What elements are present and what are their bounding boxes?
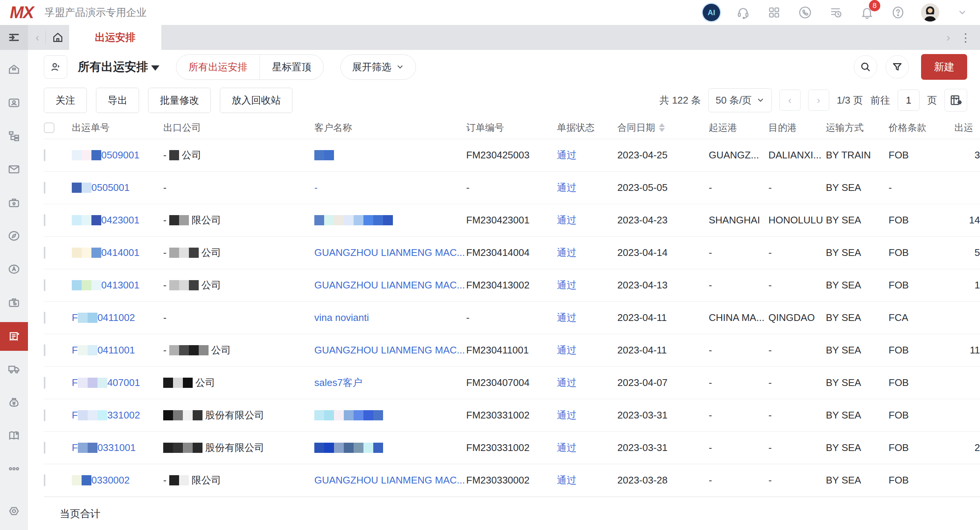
customer-link[interactable]: GUANGZHOU LIANMENG MAC... bbox=[314, 247, 465, 258]
status-link[interactable]: 通过 bbox=[557, 474, 576, 486]
expand-filter-button[interactable]: 展开筛选 bbox=[340, 54, 416, 80]
sidebar-item-mail[interactable] bbox=[0, 156, 28, 183]
apps-grid-icon[interactable] bbox=[766, 5, 782, 21]
goto-page-input[interactable] bbox=[898, 89, 920, 111]
sidebar-item-compass[interactable] bbox=[0, 222, 28, 249]
view-segment-0[interactable]: 所有出运安排 bbox=[177, 55, 259, 80]
column-header-0[interactable]: 出运单号 bbox=[72, 121, 163, 134]
column-header-1[interactable]: 出口公司 bbox=[163, 121, 314, 134]
tabs-back-chevron-icon[interactable]: ‹ bbox=[35, 31, 39, 44]
status-link[interactable]: 通过 bbox=[557, 214, 576, 226]
ai-assistant-icon[interactable]: AI bbox=[703, 4, 720, 21]
search-button[interactable] bbox=[854, 55, 877, 79]
column-header-5[interactable]: 合同日期 bbox=[617, 121, 709, 134]
tabs-forward-chevron-icon[interactable]: › bbox=[947, 31, 950, 44]
column-header-10[interactable]: 出运 bbox=[954, 121, 980, 134]
sidebar-item-home[interactable] bbox=[0, 56, 28, 83]
status-link[interactable]: 通过 bbox=[557, 409, 576, 421]
status-link[interactable]: 通过 bbox=[557, 442, 576, 453]
customer-link[interactable]: sales7客户 bbox=[314, 377, 362, 388]
page-size-select[interactable]: 50 条/页 bbox=[708, 88, 772, 112]
column-header-7[interactable]: 目的港 bbox=[768, 121, 826, 134]
bulk-action-button-1[interactable]: 导出 bbox=[96, 88, 139, 113]
sort-icon[interactable] bbox=[659, 123, 665, 132]
home-tab-icon[interactable] bbox=[52, 31, 64, 43]
shipment-no-link[interactable]: 0509001 bbox=[101, 149, 139, 161]
column-header-9[interactable]: 价格条款 bbox=[889, 121, 954, 134]
tab-overflow-menu-icon[interactable]: ⋮ bbox=[960, 31, 972, 44]
shipment-no-link[interactable]: 331002 bbox=[107, 409, 140, 421]
tab-shipping-arrangement[interactable]: 出运安排 bbox=[69, 25, 161, 50]
shipment-no-link[interactable]: 0423001 bbox=[101, 214, 139, 226]
status-link[interactable]: 通过 bbox=[557, 377, 576, 388]
row-checkbox[interactable] bbox=[44, 279, 45, 291]
customer-link[interactable]: - bbox=[314, 182, 318, 193]
row-checkbox[interactable] bbox=[44, 149, 45, 161]
row-checkbox[interactable] bbox=[44, 182, 45, 193]
user-menu-chevron-down-icon[interactable] bbox=[954, 5, 970, 21]
sidebar-item-finance[interactable] bbox=[0, 289, 28, 316]
view-segment-1[interactable]: 星标置顶 bbox=[259, 55, 323, 80]
bulk-action-button-3[interactable]: 放入回收站 bbox=[220, 88, 293, 113]
sidebar-item-products[interactable] bbox=[0, 189, 28, 216]
shipment-no-link[interactable]: 0331001 bbox=[97, 442, 136, 453]
row-checkbox[interactable] bbox=[44, 474, 45, 486]
row-checkbox[interactable] bbox=[44, 345, 45, 356]
sidebar-item-logistics[interactable] bbox=[0, 355, 28, 383]
status-link[interactable]: 通过 bbox=[557, 247, 576, 258]
select-all-checkbox[interactable] bbox=[44, 123, 54, 133]
shipment-no-link[interactable]: 0411002 bbox=[97, 312, 135, 323]
sidebar-item-marketing[interactable] bbox=[0, 255, 28, 283]
bulk-action-button-2[interactable]: 批量修改 bbox=[148, 88, 211, 113]
sidebar-item-funds[interactable] bbox=[0, 389, 28, 416]
sidebar-item-settings-nut-icon[interactable] bbox=[0, 498, 28, 525]
view-title-dropdown[interactable]: 所有出运安排 bbox=[78, 59, 159, 75]
next-page-button[interactable]: › bbox=[808, 89, 829, 111]
shipment-no-prefix[interactable]: F bbox=[72, 345, 78, 356]
customer-link[interactable]: GUANGZHOU LIANMENG MAC... bbox=[314, 279, 465, 291]
sidebar-item-more-dots-icon[interactable] bbox=[0, 455, 28, 482]
shipment-no-prefix[interactable]: F bbox=[72, 312, 78, 323]
status-link[interactable]: 通过 bbox=[557, 279, 576, 291]
filter-button[interactable] bbox=[886, 55, 909, 79]
column-header-6[interactable]: 起运港 bbox=[709, 121, 768, 134]
shipment-no-prefix[interactable]: F bbox=[72, 409, 78, 421]
column-header-4[interactable]: 单据状态 bbox=[557, 121, 617, 134]
row-checkbox[interactable] bbox=[44, 442, 45, 453]
customer-link[interactable]: GUANGZHOU LIANMENG MAC... bbox=[314, 474, 465, 486]
status-link[interactable]: 通过 bbox=[557, 345, 576, 356]
row-checkbox[interactable] bbox=[44, 312, 45, 324]
shipment-no-link[interactable]: 407001 bbox=[107, 377, 140, 388]
new-record-button[interactable]: 新建 bbox=[921, 54, 967, 80]
sidebar-item-contacts[interactable] bbox=[0, 89, 28, 117]
phone-icon[interactable] bbox=[797, 5, 813, 21]
task-list-icon[interactable] bbox=[828, 5, 844, 21]
help-icon[interactable] bbox=[890, 5, 906, 21]
shipment-no-link[interactable]: 0413001 bbox=[101, 279, 139, 291]
shipment-no-prefix[interactable]: F bbox=[72, 377, 78, 388]
view-owner-icon[interactable] bbox=[44, 55, 67, 79]
user-avatar[interactable] bbox=[921, 3, 939, 22]
row-checkbox[interactable] bbox=[44, 377, 45, 389]
shipment-no-link[interactable]: 0411001 bbox=[97, 345, 135, 356]
row-checkbox[interactable] bbox=[44, 247, 45, 259]
status-link[interactable]: 通过 bbox=[557, 149, 576, 161]
sidebar-item-org-structure[interactable] bbox=[0, 123, 28, 150]
shipment-no-link[interactable]: 0330002 bbox=[91, 474, 130, 486]
shipment-no-link[interactable]: 0505001 bbox=[91, 182, 130, 193]
bulk-action-button-0[interactable]: 关注 bbox=[44, 88, 87, 113]
column-settings-button[interactable] bbox=[945, 89, 967, 112]
customer-link[interactable]: GUANGZHOU LIANMENG MAC... bbox=[314, 345, 465, 356]
sidebar-item-shipping-docs[interactable] bbox=[0, 322, 28, 351]
customer-link[interactable]: vina novianti bbox=[314, 312, 369, 323]
row-checkbox[interactable] bbox=[44, 409, 45, 421]
column-header-8[interactable]: 运输方式 bbox=[826, 121, 889, 134]
column-header-2[interactable]: 客户名称 bbox=[314, 121, 466, 134]
headset-icon[interactable] bbox=[735, 5, 751, 21]
sidebar-item-ledger[interactable] bbox=[0, 422, 28, 449]
row-checkbox[interactable] bbox=[44, 214, 45, 226]
column-header-3[interactable]: 订单编号 bbox=[466, 121, 557, 134]
status-link[interactable]: 通过 bbox=[557, 182, 576, 193]
notifications-bell-icon[interactable]: 8 bbox=[859, 5, 875, 21]
shipment-no-link[interactable]: 0414001 bbox=[101, 247, 139, 258]
